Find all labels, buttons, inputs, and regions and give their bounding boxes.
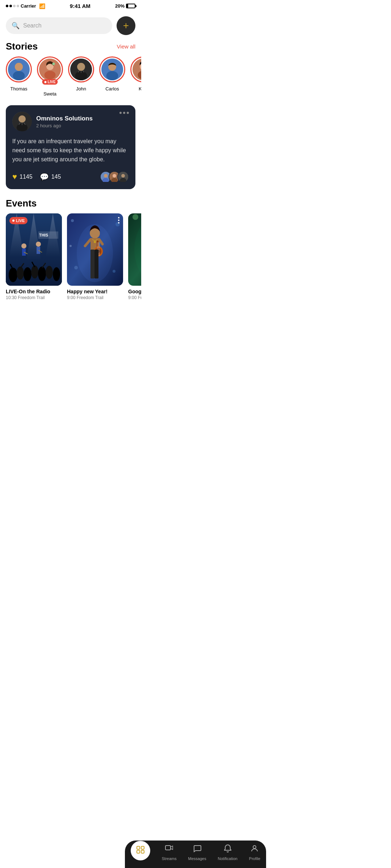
svg-point-2 xyxy=(13,71,25,80)
story-name-carlos: Carlos xyxy=(105,86,119,92)
svg-point-47 xyxy=(9,268,17,282)
event-card-1[interactable]: THIS xyxy=(6,213,62,300)
event-card-2[interactable]: Happy new Year! 9:00 Freedom Trail xyxy=(67,213,123,300)
svg-point-3 xyxy=(15,63,23,71)
svg-point-81 xyxy=(133,214,138,220)
story-ring-thomas xyxy=(6,56,32,82)
post-viewers xyxy=(100,171,129,183)
story-name-john: John xyxy=(76,86,86,92)
post-header: Omninos Solutions 2 hours ago xyxy=(12,112,129,131)
post-more-button[interactable] xyxy=(119,112,129,114)
event-title-3: Google xyxy=(128,289,141,294)
comment-icon: 💬 xyxy=(40,173,49,181)
story-avatar-thomas xyxy=(8,59,30,80)
battery-area: 20% xyxy=(115,3,135,9)
svg-point-9 xyxy=(77,63,85,71)
post-meta: Omninos Solutions 2 hours ago xyxy=(36,115,129,128)
carrier-label: Carrier xyxy=(21,3,36,9)
svg-point-52 xyxy=(46,266,53,279)
stories-list: Thomas LIVE xyxy=(0,56,141,102)
svg-point-53 xyxy=(53,267,60,281)
status-left: Carrier 📶 xyxy=(6,3,45,9)
story-avatar-carlos xyxy=(101,59,123,80)
event-card-3[interactable]: Google 9:00 Freed... xyxy=(128,213,141,300)
battery-icon xyxy=(126,4,135,8)
post-card: Omninos Solutions 2 hours ago If you are… xyxy=(6,105,135,189)
svg-point-48 xyxy=(17,267,24,280)
like-button[interactable]: ♥ 1145 xyxy=(12,172,33,182)
signal-icon xyxy=(6,5,19,7)
event-subtitle-3: 9:00 Freed... xyxy=(128,295,141,300)
svg-point-50 xyxy=(31,265,38,278)
story-avatar-sweta xyxy=(39,59,61,80)
like-count: 1145 xyxy=(20,174,33,180)
viewer-3 xyxy=(117,171,129,183)
svg-text:THIS: THIS xyxy=(39,233,48,237)
event-more-2[interactable] xyxy=(118,217,119,224)
story-ring-sweta xyxy=(37,56,63,82)
story-item-kalp[interactable]: Kalp xyxy=(130,56,141,97)
story-item-carlos[interactable]: Carlos xyxy=(99,56,125,97)
comment-button[interactable]: 💬 145 xyxy=(40,173,61,181)
story-ring-carlos xyxy=(99,56,125,82)
stories-title: Stories xyxy=(6,41,38,52)
post-text: If you are an infrequent traveler you ma… xyxy=(12,137,129,164)
svg-point-79 xyxy=(70,245,72,247)
svg-point-78 xyxy=(113,270,115,273)
svg-point-21 xyxy=(18,115,26,123)
story-avatar-john xyxy=(70,59,92,80)
svg-point-16 xyxy=(106,71,118,80)
story-avatar-kalp xyxy=(133,59,141,80)
time-display: 9:41 AM xyxy=(70,3,91,9)
svg-point-51 xyxy=(38,267,46,281)
svg-point-49 xyxy=(24,267,31,281)
story-name-thomas: Thomas xyxy=(10,86,28,92)
add-button[interactable]: + xyxy=(117,16,135,35)
svg-point-60 xyxy=(90,228,100,238)
events-list: THIS xyxy=(0,213,141,306)
svg-rect-74 xyxy=(94,250,98,278)
event-title-1: LIVE-On the Radio xyxy=(6,289,62,294)
story-name-kalp: Kalp xyxy=(139,86,141,92)
stories-view-all[interactable]: View all xyxy=(117,43,135,50)
svg-point-75 xyxy=(71,219,74,222)
svg-point-44 xyxy=(36,242,41,247)
search-placeholder: Search xyxy=(23,22,42,29)
svg-point-33 xyxy=(121,174,125,178)
svg-point-27 xyxy=(104,174,108,178)
story-item-sweta[interactable]: LIVE Sweta xyxy=(37,56,63,97)
search-area: 🔍 Search + xyxy=(0,10,141,38)
svg-point-62 xyxy=(94,241,96,243)
svg-point-77 xyxy=(74,266,78,269)
live-badge-sweta: LIVE xyxy=(42,79,58,85)
svg-rect-73 xyxy=(91,250,94,278)
wifi-icon: 📶 xyxy=(39,3,45,9)
event-image-1: THIS xyxy=(6,213,62,286)
search-bar[interactable]: 🔍 Search xyxy=(6,17,112,34)
status-bar: Carrier 📶 9:41 AM 20% xyxy=(0,0,141,10)
story-ring-john xyxy=(68,56,94,82)
event-image-2 xyxy=(67,213,123,286)
event-image-3 xyxy=(128,213,141,286)
post-time: 2 hours ago xyxy=(36,123,129,128)
search-icon: 🔍 xyxy=(12,22,20,30)
battery-percent: 20% xyxy=(115,3,125,9)
event-title-2: Happy new Year! xyxy=(67,289,123,294)
svg-point-6 xyxy=(45,71,56,80)
svg-point-30 xyxy=(113,174,116,178)
story-item-thomas[interactable]: Thomas xyxy=(6,56,32,97)
post-author-avatar xyxy=(12,112,32,131)
post-author-name: Omninos Solutions xyxy=(36,115,129,122)
svg-point-41 xyxy=(21,243,26,248)
comment-count: 145 xyxy=(51,174,61,180)
story-name-sweta: Sweta xyxy=(43,91,56,97)
stories-header: Stories View all xyxy=(0,38,141,56)
story-ring-kalp xyxy=(130,56,141,82)
events-title: Events xyxy=(0,195,141,213)
svg-point-7 xyxy=(52,63,55,65)
heart-icon: ♥ xyxy=(12,172,17,182)
add-icon: + xyxy=(123,20,129,31)
story-item-john[interactable]: John xyxy=(68,56,94,97)
post-actions: ♥ 1145 💬 145 xyxy=(12,171,129,183)
event-subtitle-2: 9:00 Freedom Trail xyxy=(67,295,123,300)
